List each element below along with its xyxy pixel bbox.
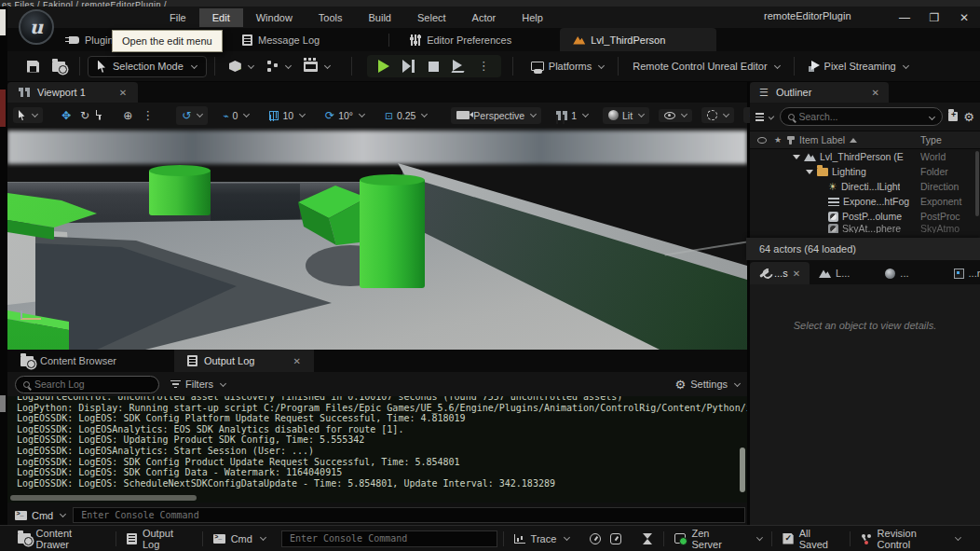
menu-edit[interactable]: Edit — [199, 8, 243, 27]
menu-select[interactable]: Select — [404, 8, 459, 27]
column-item-label[interactable]: Item Label — [799, 134, 845, 145]
revision-control-dropdown[interactable]: Revision Control — [851, 526, 971, 551]
tab-output-log[interactable]: Output Log ✕ — [174, 350, 314, 372]
platforms-dropdown[interactable]: Platforms — [524, 56, 610, 76]
transform-kebab-icon[interactable]: ⋮ — [142, 111, 154, 120]
frame-skip-icon[interactable] — [402, 60, 415, 73]
tree-row-lighting-folder[interactable]: Lighting Folder — [750, 164, 980, 179]
pixel-streaming-dropdown[interactable]: Pixel Streaming — [802, 56, 915, 76]
expander-icon[interactable] — [806, 170, 813, 174]
move-tool-icon[interactable]: ✥ — [61, 109, 71, 122]
menu-tools[interactable]: Tools — [306, 8, 356, 27]
surface-snap-dropdown[interactable]: ↺ — [176, 106, 208, 125]
console-command-box[interactable] — [73, 507, 745, 523]
rotation-snap-dropdown[interactable]: ⟳ 10° — [320, 106, 370, 125]
menu-file[interactable]: File — [157, 8, 199, 27]
tab-levels[interactable]: L... — [810, 262, 859, 284]
remote-control-dropdown[interactable]: Remote Control Unreal Editor — [626, 56, 785, 76]
statusbar-output-log-button[interactable]: Output Log — [116, 526, 201, 551]
log-settings-dropdown[interactable]: ⚙ Settings — [675, 379, 740, 390]
outliner-search-input[interactable] — [799, 111, 925, 122]
log-horizontal-scrollbar-thumb[interactable] — [10, 495, 197, 501]
output-log-text[interactable]: LogSourceControl: Uncontrolled asset dis… — [7, 396, 747, 493]
close-button[interactable]: ✕ — [956, 11, 973, 24]
tab-misc[interactable]: ...n — [945, 262, 980, 284]
tab-message-log[interactable]: Message Log — [229, 28, 333, 51]
zen-server-dropdown[interactable]: Zen Server — [664, 526, 771, 551]
content-drawer-button[interactable]: Content Drawer — [7, 526, 116, 551]
expander-icon[interactable] — [793, 155, 800, 159]
statusbar-console-input[interactable] — [290, 533, 489, 544]
screen-percentage-dropdown[interactable]: 1 — [551, 107, 593, 124]
eject-icon[interactable] — [452, 60, 465, 73]
menu-build[interactable]: Build — [356, 8, 404, 27]
scale-tool-icon[interactable] — [99, 111, 101, 120]
viewport-tab[interactable]: Viewport 1 ✕ — [7, 82, 138, 103]
save-button[interactable] — [20, 56, 46, 77]
scale-snap-dropdown[interactable]: ⊡ 0.25 — [379, 107, 432, 124]
tree-row-level[interactable]: Lvl_ThirdPerson (E World — [750, 149, 980, 164]
world-space-icon[interactable]: ⊕ — [123, 109, 132, 122]
menu-actor[interactable]: Actor — [459, 8, 510, 27]
statusbar-console-box[interactable] — [281, 530, 497, 547]
rotate-tool-icon[interactable]: ↻ — [80, 109, 89, 122]
outliner-settings-gear-icon[interactable]: ⚙ — [963, 112, 974, 122]
outliner-tab-close-icon[interactable]: ✕ — [871, 88, 878, 98]
menu-help[interactable]: Help — [509, 8, 556, 27]
play-icon[interactable] — [378, 60, 389, 73]
tree-row-postprocess-volume[interactable]: PostP...olume PostProc — [750, 209, 980, 224]
statusbar-cmd-dropdown[interactable]: Cmd — [203, 526, 276, 551]
tab-details[interactable]: ...s ✕ — [750, 262, 810, 284]
tree-row-directional-light[interactable]: ☀ Directi...lLight Direction — [750, 179, 980, 194]
pin-column-icon[interactable] — [789, 136, 792, 145]
menu-window[interactable]: Window — [243, 8, 306, 27]
hourglass-button[interactable] — [632, 526, 663, 551]
cinematics-dropdown[interactable] — [297, 57, 336, 76]
outliner-filter-icon[interactable] — [755, 113, 764, 121]
cmd-dropdown[interactable]: Cmd — [7, 506, 73, 524]
stop-icon[interactable] — [429, 62, 439, 72]
log-vertical-scrollbar[interactable] — [740, 448, 745, 492]
details-tab-close-icon[interactable]: ✕ — [793, 269, 800, 279]
play-options-kebab-icon[interactable]: ⋮ — [478, 62, 490, 71]
gauge-square-icon[interactable] — [610, 533, 621, 544]
minimize-button[interactable]: — — [896, 11, 913, 24]
favorite-column-star-icon[interactable]: ★ — [774, 135, 782, 145]
visibility-column-eye-icon[interactable] — [757, 137, 767, 144]
lit-mode-dropdown[interactable]: Lit — [603, 107, 649, 124]
tab-world-settings[interactable]: ... — [876, 262, 918, 284]
maximize-button[interactable]: ❐ — [926, 11, 943, 24]
log-search-box[interactable] — [15, 376, 159, 393]
tree-row-sky-atmosphere[interactable]: SkyAt...phere SkyAtmo — [750, 224, 980, 233]
tab-content-browser[interactable]: Content Browser — [7, 350, 129, 372]
filters-dropdown[interactable]: Filters — [170, 379, 225, 390]
all-saved-button[interactable]: All Saved — [772, 526, 850, 551]
viewport-tab-close-icon[interactable]: ✕ — [119, 88, 127, 98]
add-actor-dropdown[interactable]: + — [223, 56, 260, 76]
chevron-down-icon[interactable] — [769, 114, 775, 120]
tab-level[interactable]: Lvl_ThirdPerson — [560, 28, 716, 51]
tab-editor-preferences[interactable]: Editor Preferences — [397, 28, 524, 51]
outliner-tab[interactable]: ☰ Outliner ✕ — [750, 82, 889, 103]
view-mode-dropdown[interactable] — [701, 107, 734, 123]
log-horizontal-scrollbar[interactable] — [7, 493, 747, 503]
gauge-icon[interactable] — [590, 533, 601, 544]
column-type[interactable]: Type — [920, 134, 942, 145]
viewport-3d-scene[interactable] — [7, 128, 747, 350]
content-browser-button[interactable] — [46, 57, 72, 76]
outliner-scrollbar[interactable] — [975, 151, 979, 216]
grid-snap-dropdown[interactable]: 10 — [264, 107, 310, 124]
actor-snap-dropdown[interactable]: ⌁ 0 — [217, 107, 254, 124]
log-search-input[interactable] — [34, 379, 160, 390]
outliner-search-box[interactable] — [780, 107, 943, 126]
blueprints-dropdown[interactable] — [260, 56, 297, 76]
tree-row-height-fog[interactable]: Expone...htFog Exponent — [750, 194, 980, 209]
chevron-down-icon[interactable] — [928, 113, 934, 119]
selection-mode-dropdown[interactable]: Selection Mode — [88, 56, 207, 77]
output-log-tab-close-icon[interactable]: ✕ — [293, 356, 300, 366]
perspective-dropdown[interactable]: Perspective — [451, 107, 541, 124]
create-folder-icon[interactable] — [948, 112, 959, 121]
trace-dropdown[interactable]: Trace — [504, 526, 580, 551]
show-flags-dropdown[interactable] — [659, 109, 692, 122]
console-command-input[interactable] — [81, 510, 737, 520]
